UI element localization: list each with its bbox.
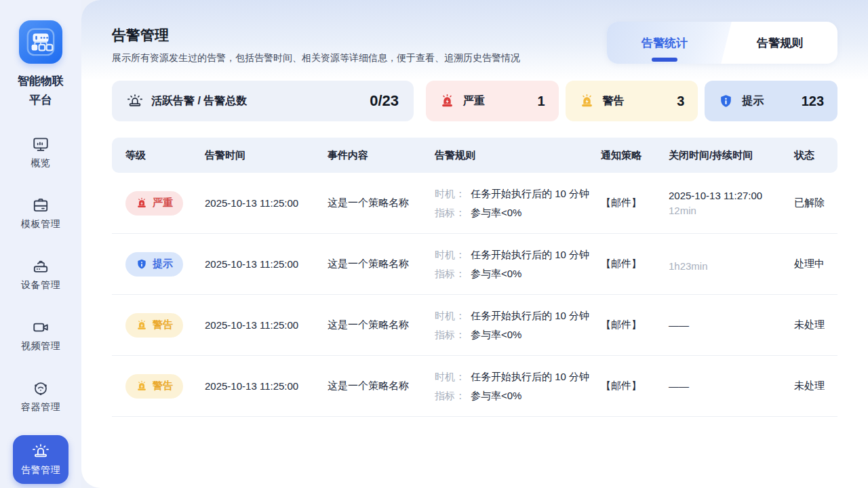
- duration-value: 12min: [669, 205, 794, 216]
- close-time-cell: 1h23min: [669, 257, 794, 272]
- stat-card-critical: 严重 1: [426, 81, 559, 121]
- column-header: 告警规则: [435, 149, 601, 162]
- summary-label: 活跃告警 / 告警总数: [151, 94, 247, 108]
- close-time-cell: 2025-10-13 11:27:00 12min: [669, 190, 794, 216]
- rule-metric-value: 参与率<0%: [471, 390, 521, 401]
- rule-timing-label: 时机：: [435, 371, 465, 382]
- notify-policy-cell: 【邮件】: [601, 380, 669, 392]
- iot-gateway-logo-icon: [25, 26, 56, 58]
- alarm-rule-cell: 时机：任务开始执行后的 10 分钟 指标：参与率<0%: [435, 184, 601, 222]
- stat-card-value: 123: [802, 94, 824, 109]
- brand-line-2: 平台: [18, 91, 64, 110]
- table-row[interactable]: 警告 2025-10-13 11:25:00 这是一个策略名称 时机：任务开始执…: [112, 295, 837, 356]
- column-header: 事件内容: [328, 149, 435, 162]
- level-cell: 严重: [125, 191, 205, 216]
- sidebar-item-label: 视频管理: [21, 340, 60, 352]
- rule-timing-value: 任务开始执行后的 10 分钟: [471, 371, 589, 382]
- status-cell: 未处理: [794, 380, 837, 392]
- alarm-rule-cell: 时机：任务开始执行后的 10 分钟 指标：参与率<0%: [435, 245, 601, 283]
- level-cell: 警告: [125, 313, 205, 338]
- tab-label: 告警统计: [642, 35, 688, 51]
- severity-badge-label: 提示: [153, 258, 173, 270]
- sidebar-item-label: 容器管理: [21, 401, 60, 413]
- sidebar-item-template[interactable]: 模板管理: [13, 191, 68, 236]
- column-header: 告警时间: [205, 149, 328, 162]
- sidebar-item-label: 模板管理: [21, 218, 60, 230]
- rule-metric-label: 指标：: [435, 268, 465, 279]
- sidebar-menu: 概览 模板管理 设备管理 视频管理 容器管理 告警管理: [13, 130, 68, 484]
- level-cell: 警告: [125, 374, 205, 399]
- rule-metric-label: 指标：: [435, 329, 465, 340]
- shield-info-icon: [718, 94, 734, 109]
- level-cell: 提示: [125, 252, 205, 277]
- sidebar-item-device[interactable]: 设备管理: [13, 252, 68, 297]
- status-cell: 已解除: [794, 197, 837, 209]
- page-subtitle: 展示所有资源发生过的告警，包括告警时间、相关资源等详细信息，便于查看、追溯历史告…: [112, 52, 520, 64]
- event-content-cell: 这是一个策略名称: [328, 319, 435, 331]
- video-camera-icon: [32, 319, 50, 336]
- close-time-cell: ——: [669, 319, 794, 331]
- rule-metric-value: 参与率<0%: [471, 268, 521, 279]
- rule-timing-value: 任务开始执行后的 10 分钟: [471, 249, 589, 260]
- severity-badge: 警告: [125, 374, 183, 399]
- summary-value: 0/23: [370, 92, 399, 110]
- main-panel: 告警管理 展示所有资源发生过的告警，包括告警时间、相关资源等详细信息，便于查看、…: [81, 0, 868, 488]
- alarm-table: 等级告警时间事件内容告警规则通知策略关闭时间/持续时间状态 严重 2025-10…: [112, 138, 837, 417]
- alarm-rule-cell: 时机：任务开始执行后的 10 分钟 指标：参与率<0%: [435, 306, 601, 344]
- alarm-time-cell: 2025-10-13 11:25:00: [205, 258, 328, 270]
- table-header-row: 等级告警时间事件内容告警规则通知策略关闭时间/持续时间状态: [112, 138, 837, 173]
- sidebar-item-label: 告警管理: [21, 464, 60, 476]
- table-row[interactable]: 警告 2025-10-13 11:25:00 这是一个策略名称 时机：任务开始执…: [112, 356, 837, 417]
- siren-filled-icon: [136, 380, 148, 392]
- severity-badge: 严重: [125, 191, 183, 216]
- rule-timing-label: 时机：: [435, 249, 465, 260]
- column-header: 通知策略: [601, 149, 669, 162]
- stat-card-label: 严重: [463, 94, 485, 108]
- stat-card-info: 提示 123: [705, 81, 837, 121]
- siren-filled-icon: [136, 319, 148, 331]
- siren-outline-icon: [32, 443, 50, 460]
- sidebar-item-overview[interactable]: 概览: [13, 130, 68, 175]
- stat-card-warning: 警告 3: [566, 81, 698, 121]
- app-logo: [19, 20, 62, 64]
- page-title: 告警管理: [112, 26, 169, 45]
- severity-badge-label: 警告: [153, 380, 173, 392]
- shield-info-icon: [136, 258, 148, 270]
- severity-badge: 提示: [125, 252, 183, 277]
- rule-timing-value: 任务开始执行后的 10 分钟: [471, 310, 589, 321]
- siren-filled-icon: [136, 197, 148, 209]
- stat-card-value: 1: [538, 94, 545, 109]
- sidebar-item-video[interactable]: 视频管理: [13, 313, 68, 358]
- status-cell: 处理中: [794, 258, 837, 270]
- rule-metric-value: 参与率<0%: [471, 207, 521, 218]
- table-row[interactable]: 严重 2025-10-13 11:25:00 这是一个策略名称 时机：任务开始执…: [112, 173, 837, 234]
- close-time-value: 2025-10-13 11:27:00: [669, 190, 794, 201]
- sidebar: 智能物联 平台 概览 模板管理 设备管理 视频管理 容器管理 告警管理: [0, 0, 81, 488]
- app-window: 智能物联 平台 概览 模板管理 设备管理 视频管理 容器管理 告警管理 告警管理…: [0, 0, 868, 488]
- sidebar-item-label: 概览: [31, 157, 51, 169]
- column-header: 关闭时间/持续时间: [669, 149, 794, 162]
- siren-outline-icon: [127, 93, 143, 109]
- severity-badge-label: 严重: [153, 197, 173, 209]
- event-content-cell: 这是一个策略名称: [328, 380, 435, 392]
- alarm-stats-row: 活跃告警 / 告警总数 0/23 严重 1 警告 3 提示 123: [112, 81, 837, 121]
- stat-card-label: 提示: [742, 94, 764, 108]
- stat-card-label: 警告: [603, 94, 625, 108]
- table-row[interactable]: 提示 2025-10-13 11:25:00 这是一个策略名称 时机：任务开始执…: [112, 234, 837, 295]
- status-cell: 未处理: [794, 319, 837, 331]
- sidebar-item-container[interactable]: 容器管理: [13, 374, 68, 419]
- container-hub-icon: [32, 380, 50, 397]
- alarm-time-cell: 2025-10-13 11:25:00: [205, 380, 328, 392]
- brand-line-1: 智能物联: [18, 72, 64, 91]
- sidebar-item-alarm[interactable]: 告警管理: [13, 435, 68, 484]
- template-icon: [32, 197, 50, 214]
- event-content-cell: 这是一个策略名称: [328, 197, 435, 209]
- stat-card-value: 3: [677, 94, 684, 109]
- column-header: 状态: [794, 149, 837, 162]
- brand-title: 智能物联 平台: [18, 72, 64, 110]
- duration-value: 1h23min: [669, 260, 794, 272]
- tab-alarm-stats[interactable]: 告警统计: [607, 22, 722, 64]
- rule-timing-value: 任务开始执行后的 10 分钟: [471, 188, 589, 199]
- notify-policy-cell: 【邮件】: [601, 319, 669, 331]
- tab-alarm-rules[interactable]: 告警规则: [722, 22, 837, 64]
